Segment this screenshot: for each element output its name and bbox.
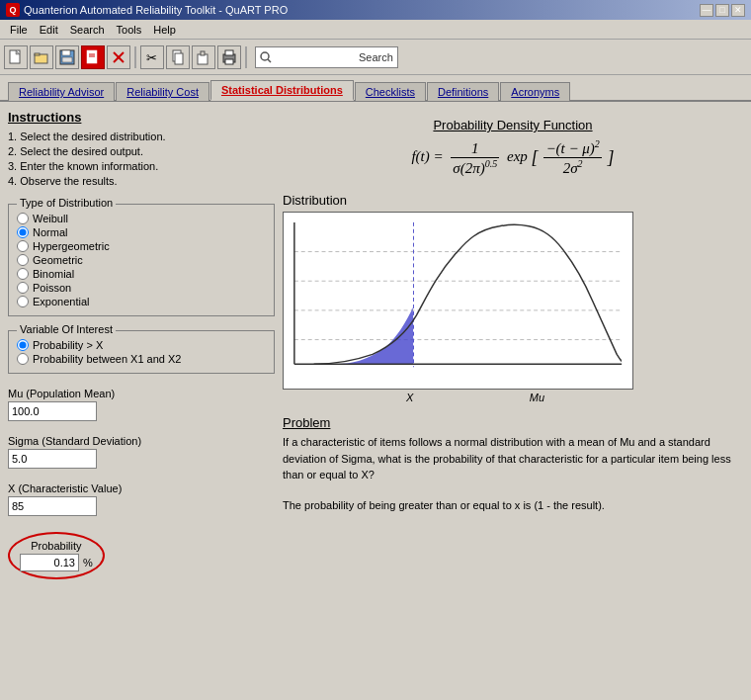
tab-reliability-advisor[interactable]: Reliability Advisor [8,82,115,101]
toolbar-open-btn[interactable] [30,45,53,69]
sigma-label: Sigma (Standard Deviation) [8,435,275,447]
problem-text: If a characteristic of items follows a n… [283,434,743,483]
x-label: X (Characteristic Value) [8,482,275,494]
toolbar-save-btn[interactable] [55,45,79,69]
x-input[interactable] [8,496,97,516]
probability-input[interactable] [20,554,79,571]
radio-exponential[interactable]: Exponential [17,296,266,307]
toolbar-cut-btn[interactable]: ✂ [140,45,164,69]
close-button[interactable]: ✕ [731,4,745,17]
prob-x-label: Probability > X [33,339,103,351]
chart-svg [284,213,632,389]
tab-statistical-distributions[interactable]: Statistical Distributions [210,80,354,101]
weibull-label: Weibull [33,213,68,224]
maximize-button[interactable]: □ [715,4,729,17]
distribution-type-group: Type of Distribution Weibull Normal Hype… [8,204,275,316]
svg-rect-14 [175,53,183,64]
probability-label: Probability [31,540,81,552]
radio-prob-between[interactable]: Probability between X1 and X2 [17,353,266,365]
svg-text:✂: ✂ [146,50,157,65]
geometric-label: Geometric [33,254,83,266]
chart-mu-label: Mu [530,392,544,403]
menu-bar: File Edit Search Tools Help [0,20,751,40]
normal-label: Normal [33,226,67,238]
menu-search[interactable]: Search [64,23,111,37]
problem-result-text: The probability of being greater than or… [283,497,743,514]
main-content: Instructions 1. Select the desired distr… [0,102,751,695]
menu-file[interactable]: File [4,23,34,37]
radio-normal[interactable]: Normal [17,226,266,238]
mu-field: Mu (Population Mean) [8,388,275,421]
probability-section: Probability % [8,532,275,579]
instruction-step-3: 3. Enter the known information. [8,160,275,172]
window-title: Quanterion Automated Reliability Toolkit… [24,4,288,16]
toolbar-new-btn[interactable] [4,45,28,69]
tab-checklists[interactable]: Checklists [355,82,426,101]
svg-rect-5 [62,50,70,55]
tab-acronyms[interactable]: Acronyms [500,82,570,101]
problem-section: Problem If a characteristic of items fol… [283,415,743,513]
chart-section: Distribution [283,193,743,403]
distribution-type-label: Type of Distribution [17,197,116,209]
toolbar-copy-btn[interactable] [166,45,190,69]
instruction-step-4: 4. Observe the results. [8,175,275,187]
svg-rect-0 [10,50,20,63]
toolbar-print-preview-btn[interactable] [81,45,105,69]
search-input[interactable] [276,51,355,63]
probability-unit: % [83,557,93,569]
instructions-section: Instructions 1. Select the desired distr… [8,110,275,190]
probability-circle: Probability % [8,532,105,579]
exponential-label: Exponential [33,296,90,307]
svg-rect-19 [225,59,233,64]
svg-rect-6 [62,57,72,62]
toolbar: ✂ Search [0,40,751,75]
radio-binomial[interactable]: Binomial [17,268,266,280]
radio-geometric[interactable]: Geometric [17,254,266,266]
menu-tools[interactable]: Tools [111,23,148,37]
title-bar: Q Quanterion Automated Reliability Toolk… [0,0,751,20]
toolbar-sep-1 [134,46,136,68]
chart-x-label: X [406,392,413,403]
radio-poisson[interactable]: Poisson [17,282,266,294]
menu-edit[interactable]: Edit [34,23,64,37]
problem-title: Problem [283,415,743,430]
sigma-field: Sigma (Standard Deviation) [8,435,275,469]
mu-label: Mu (Population Mean) [8,388,275,399]
tab-definitions[interactable]: Definitions [427,82,499,101]
pdf-formula: f(t) = 1 σ(2π)0.5 exp [ −(t − μ)2 2σ2 ] [291,138,735,177]
menu-help[interactable]: Help [147,23,182,37]
instruction-step-2: 2. Select the desired output. [8,145,275,157]
svg-point-20 [261,52,269,60]
right-panel: Probability Density Function f(t) = 1 σ(… [283,110,743,687]
binomial-label: Binomial [33,268,74,280]
search-icon [260,51,272,63]
variable-of-interest-label: Variable Of Interest [17,323,116,335]
chart-labels: X Mu [283,390,633,403]
toolbar-print-btn[interactable] [217,45,241,69]
search-label: Search [359,51,393,63]
toolbar-paste-btn[interactable] [192,45,215,69]
variable-of-interest-group: Variable Of Interest Probability > X Pro… [8,330,275,374]
pdf-title: Probability Density Function [291,118,735,132]
toolbar-close-btn[interactable] [107,45,130,69]
prob-between-label: Probability between X1 and X2 [33,353,181,365]
radio-hypergeometric[interactable]: Hypergeometric [17,240,266,252]
sigma-input[interactable] [8,449,97,469]
chart-title: Distribution [283,193,743,208]
instructions-title: Instructions [8,110,275,125]
radio-prob-x[interactable]: Probability > X [17,339,266,351]
instructions-list: 1. Select the desired distribution. 2. S… [8,131,275,187]
pdf-section: Probability Density Function f(t) = 1 σ(… [283,110,743,185]
instruction-step-1: 1. Select the desired distribution. [8,131,275,142]
tab-reliability-cost[interactable]: Reliability Cost [116,82,209,101]
svg-rect-28 [294,222,622,369]
radio-weibull[interactable]: Weibull [17,213,266,224]
svg-line-21 [268,59,271,62]
svg-rect-18 [225,50,233,55]
search-box[interactable]: Search [255,46,398,68]
mu-input[interactable] [8,401,97,421]
minimize-button[interactable]: — [700,4,713,17]
chart-container [283,212,633,390]
svg-rect-16 [201,51,205,55]
app-icon: Q [6,3,20,17]
